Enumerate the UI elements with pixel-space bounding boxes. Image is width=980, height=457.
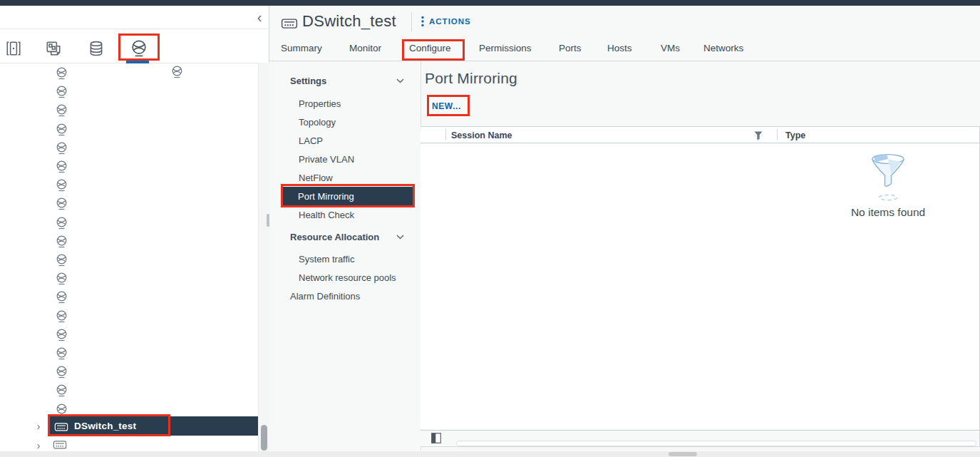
dvswitch-icon [54,421,68,432]
new-session-button[interactable]: NEW... [432,101,461,111]
page-title: DSwitch_test [302,12,396,31]
expand-chevron[interactable]: › [34,421,43,432]
network-tree-item-icon-indented[interactable] [171,66,183,79]
nav-item-alarm-definitions[interactable]: Alarm Definitions [290,291,360,302]
column-filter-icon[interactable] [754,131,763,140]
empty-funnel-drip-icon [878,194,898,201]
tree-item-label: DSwitch_test [74,421,136,431]
nav-item-lacp[interactable]: LACP [299,135,323,146]
grid-hscrollbar-track[interactable] [456,441,976,446]
network-tree-item-icon[interactable] [56,384,68,398]
nav-item-system-traffic[interactable]: System traffic [299,254,355,265]
chevron-down-icon[interactable] [396,235,404,240]
chevron-down-icon[interactable] [396,78,404,83]
tab-monitor[interactable]: Monitor [349,43,381,61]
tab-ports[interactable]: Ports [559,43,582,61]
column-header-type[interactable]: Type [785,130,805,140]
column-divider [777,129,778,140]
vsphere-client-window: ‹ [0,0,980,457]
page-hscrollbar-track[interactable] [0,451,980,457]
inventory-tree [0,0,269,457]
network-tree-item-icon[interactable] [56,329,68,342]
network-tree-item-icon[interactable] [56,310,68,324]
network-tree-item-icon[interactable] [56,254,68,267]
network-tree-item-icon[interactable] [56,179,68,192]
dvswitch-icon[interactable] [53,438,67,450]
page-hscrollbar-thumb[interactable] [669,452,697,456]
tree-scrollbar-thumb[interactable] [261,425,267,451]
dvswitch-icon [281,16,298,29]
network-tree-item-icon[interactable] [56,160,68,174]
nav-item-network-resource-pools[interactable]: Network resource pools [299,272,396,283]
nav-item-netflow[interactable]: NetFlow [299,173,333,183]
column-header-session-name[interactable]: Session Name [451,130,512,140]
actions-label: ACTIONS [429,17,471,26]
tab-configure[interactable]: Configure [409,43,451,61]
network-tree-item-icon[interactable] [56,366,68,379]
network-tree-item-icon[interactable] [56,291,68,304]
tab-networks[interactable]: Networks [703,43,743,61]
network-tree-item-icon[interactable] [56,86,68,99]
network-tree-item-icon[interactable] [56,142,68,155]
kebab-menu-icon [421,16,424,27]
tab-vms[interactable]: VMs [661,43,680,61]
tree-scrollbar-track[interactable] [258,63,269,451]
section-title: Port Mirroring [425,70,517,87]
empty-funnel-illustration [871,153,905,190]
network-tree-item-icon[interactable] [56,235,68,249]
nav-item-health-check[interactable]: Health Check [299,210,354,220]
network-tree-item-icon[interactable] [56,123,68,137]
nav-item-private-vlan[interactable]: Private VLAN [299,154,354,165]
tab-hosts[interactable]: Hosts [607,43,632,61]
nav-group-resource-allocation[interactable]: Resource Allocation [290,232,379,242]
column-divider [445,129,446,140]
network-tree-item-icon[interactable] [56,272,68,286]
tab-summary[interactable]: Summary [281,43,322,61]
expand-chevron[interactable]: › [34,440,43,451]
actions-button[interactable]: ACTIONS [421,16,471,27]
network-tree-item-icon[interactable] [56,347,68,361]
empty-state-text: No items found [817,206,959,219]
nav-item-port-mirroring[interactable]: Port Mirroring [298,191,354,202]
network-tree-item-icon[interactable] [56,104,68,118]
tabs-bottom-border [269,61,980,61]
nav-item-topology[interactable]: Topology [299,117,336,128]
tab-permissions[interactable]: Permissions [479,43,532,61]
nav-item-properties[interactable]: Properties [299,98,341,109]
header-divider [411,12,412,31]
column-settings-icon[interactable] [431,433,441,443]
network-tree-item-icon[interactable] [56,197,68,211]
tree-item-dswitch-test[interactable]: DSwitch_test [50,416,269,436]
nav-group-settings[interactable]: Settings [290,76,326,86]
network-tree-item-icon[interactable] [56,404,68,417]
network-tree-item-icon[interactable] [56,217,68,230]
network-tree-item-icon[interactable] [56,67,68,81]
